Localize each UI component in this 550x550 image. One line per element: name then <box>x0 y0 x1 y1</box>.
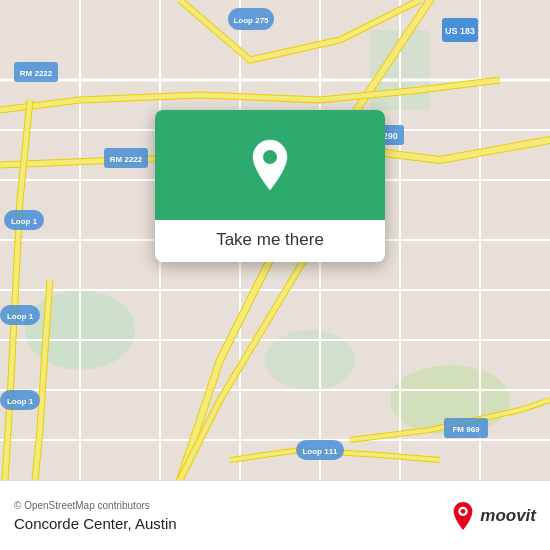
popup-green-area <box>155 110 385 220</box>
svg-text:FM 969: FM 969 <box>452 425 480 434</box>
moovit-pin-icon <box>450 501 476 531</box>
svg-text:Loop 111: Loop 111 <box>302 447 338 456</box>
svg-text:RM 2222: RM 2222 <box>110 155 143 164</box>
svg-text:Loop 275: Loop 275 <box>233 16 269 25</box>
svg-point-41 <box>461 508 466 513</box>
svg-text:RM 2222: RM 2222 <box>20 69 53 78</box>
svg-point-39 <box>263 150 277 164</box>
moovit-logo: moovit <box>450 501 536 531</box>
svg-text:US 183: US 183 <box>445 26 475 36</box>
popup-card: Take me there <box>155 110 385 262</box>
map-container: US 183 Loop 275 RM 2222 RM 2222 S 290 Lo… <box>0 0 550 480</box>
take-me-there-button[interactable]: Take me there <box>155 220 385 262</box>
moovit-brand-text: moovit <box>480 506 536 526</box>
location-pin-icon <box>248 138 292 192</box>
bottom-bar: © OpenStreetMap contributors Concorde Ce… <box>0 480 550 550</box>
svg-text:Loop 1: Loop 1 <box>7 397 34 406</box>
svg-text:Loop 1: Loop 1 <box>11 217 38 226</box>
svg-text:Loop 1: Loop 1 <box>7 312 34 321</box>
